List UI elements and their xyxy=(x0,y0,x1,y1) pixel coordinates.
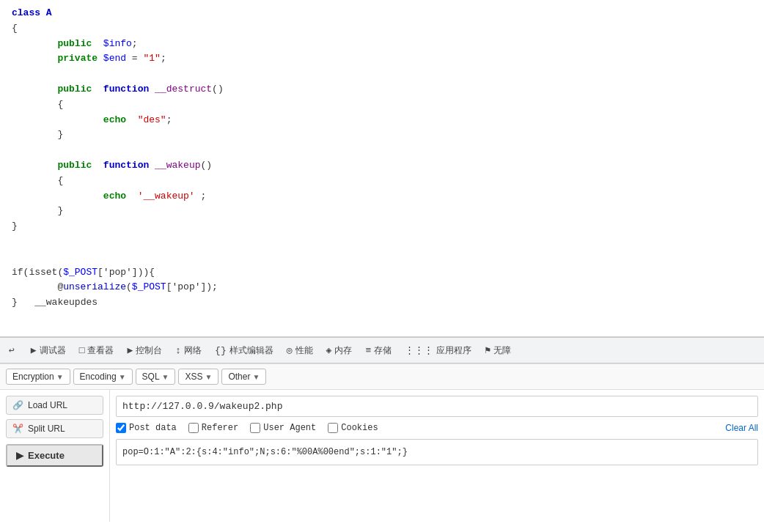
code-token: ['pop'])){ xyxy=(98,267,155,278)
code-token: $_POST xyxy=(63,267,98,278)
load-url-button[interactable]: 🔗 Load URL xyxy=(6,396,103,415)
code-token: echo xyxy=(103,191,126,202)
post-data-input[interactable] xyxy=(116,439,758,465)
code-token xyxy=(12,191,103,202)
code-token: } xyxy=(12,297,34,308)
encryption-chevron: ▼ xyxy=(56,373,64,381)
devtools-tab-storage[interactable]: ≡存储 xyxy=(359,341,397,360)
devtools-tab-debugger[interactable]: ▶调试器 xyxy=(25,341,72,360)
code-line: public $info; xyxy=(12,37,752,52)
code-token: public xyxy=(57,160,92,171)
cookies-checkbox[interactable] xyxy=(328,423,338,433)
inspector-label: 查看器 xyxy=(87,344,114,357)
user-agent-label: User Agent xyxy=(263,423,316,433)
encoding-chevron: ▼ xyxy=(119,373,126,381)
code-token: unserialize xyxy=(63,281,126,292)
hackbar-panel: Encryption ▼ Encoding ▼ SQL ▼ XSS ▼ Othe… xyxy=(0,363,764,532)
referer-checkbox[interactable] xyxy=(188,423,199,433)
code-token: () xyxy=(212,84,224,95)
devtools-tab-applications[interactable]: ⋮⋮⋮应用程序 xyxy=(399,341,477,360)
code-line: public function __destruct() xyxy=(12,82,752,97)
code-token xyxy=(149,84,155,95)
code-token: { xyxy=(12,23,18,34)
devtools-tab-console[interactable]: ▶控制台 xyxy=(121,341,168,360)
console-label: 控制台 xyxy=(136,344,162,357)
xss-label: XSS xyxy=(185,372,202,382)
code-token xyxy=(12,53,57,64)
devtools-tab-memory[interactable]: ◈内存 xyxy=(320,341,359,360)
network-icon: ↕ xyxy=(175,345,181,356)
devtools-tab-accessibility[interactable]: ⚑无障 xyxy=(479,341,517,360)
devtools-tab-back[interactable]: ↩ xyxy=(3,341,23,359)
code-token: $info xyxy=(103,38,132,49)
code-line xyxy=(12,234,752,250)
cookies-checkbox-item[interactable]: Cookies xyxy=(328,423,378,433)
code-token: __destruct xyxy=(155,84,212,95)
other-dropdown-button[interactable]: Other ▼ xyxy=(221,369,266,385)
code-line: echo "des"; xyxy=(12,113,752,128)
code-token: ; xyxy=(166,114,172,125)
applications-label: 应用程序 xyxy=(436,344,471,357)
other-chevron: ▼ xyxy=(252,373,260,381)
code-token: function xyxy=(103,160,149,171)
code-token: { xyxy=(12,99,63,110)
encryption-dropdown-button[interactable]: Encryption ▼ xyxy=(6,369,70,385)
code-token xyxy=(98,53,103,64)
devtools-tab-performance[interactable]: ◎性能 xyxy=(281,341,319,360)
code-line: } xyxy=(12,204,752,219)
code-line: private $end = "1"; xyxy=(12,51,752,67)
code-token: = xyxy=(126,53,143,64)
code-token: $end xyxy=(103,53,126,64)
hackbar-content: Post dataRefererUser AgentCookiesClear A… xyxy=(110,390,764,522)
performance-label: 性能 xyxy=(295,344,313,357)
style-editor-label: 样式编辑器 xyxy=(229,344,273,357)
user-agent-checkbox[interactable] xyxy=(250,423,260,433)
code-line: { xyxy=(12,174,752,189)
sql-chevron: ▼ xyxy=(162,373,169,381)
split-url-button[interactable]: ✂️ Split URL xyxy=(6,419,103,438)
code-token: } xyxy=(12,205,63,216)
hackbar-menu-xss: XSS ▼ xyxy=(178,369,218,385)
encoding-label: Encoding xyxy=(80,372,117,382)
xss-dropdown-button[interactable]: XSS ▼ xyxy=(178,369,218,385)
code-token: private xyxy=(57,53,98,64)
code-line xyxy=(12,67,752,82)
code-token: ['pop']); xyxy=(166,281,218,292)
devtools-tab-style-editor[interactable]: {}样式编辑器 xyxy=(209,341,279,360)
post-data-checkbox[interactable] xyxy=(116,423,126,433)
code-token: public xyxy=(57,84,92,95)
code-token: } xyxy=(12,129,63,140)
encoding-dropdown-button[interactable]: Encoding ▼ xyxy=(73,369,133,385)
devtools-tab-inspector[interactable]: □查看器 xyxy=(73,341,120,360)
code-token xyxy=(126,114,138,125)
code-token xyxy=(92,38,103,49)
hackbar-menu-sql: SQL ▼ xyxy=(136,369,176,385)
code-token: $_POST xyxy=(132,281,166,292)
back-icon: ↩ xyxy=(9,344,15,356)
post-data-checkbox-item[interactable]: Post data xyxy=(116,423,177,433)
url-input[interactable] xyxy=(116,396,758,417)
applications-icon: ⋮⋮⋮ xyxy=(405,344,433,356)
code-line: public function __wakeup() xyxy=(12,158,752,174)
code-token: class A xyxy=(12,7,52,18)
style-editor-icon: {} xyxy=(215,345,227,356)
code-line xyxy=(12,143,752,158)
code-token: @ xyxy=(12,281,63,292)
devtools-tab-network[interactable]: ↕网络 xyxy=(169,341,207,360)
split-url-icon: ✂️ xyxy=(12,424,23,434)
user-agent-checkbox-item[interactable]: User Agent xyxy=(250,423,316,433)
post-data-label: Post data xyxy=(129,423,177,433)
clear-all-button[interactable]: Clear All xyxy=(725,423,758,433)
code-editor: class A{ public $info; private $end = "1… xyxy=(0,0,764,337)
xss-chevron: ▼ xyxy=(205,373,213,381)
sql-dropdown-button[interactable]: SQL ▼ xyxy=(136,369,176,385)
code-line: } xyxy=(12,128,752,143)
accessibility-icon: ⚑ xyxy=(485,344,491,356)
referer-checkbox-item[interactable]: Referer xyxy=(188,423,238,433)
code-line xyxy=(12,250,752,265)
execute-button[interactable]: ▶ Execute xyxy=(6,444,103,467)
code-token: "1" xyxy=(143,53,160,64)
code-token: ; xyxy=(161,53,166,64)
code-token: () xyxy=(201,160,213,171)
code-line: { xyxy=(12,21,752,37)
